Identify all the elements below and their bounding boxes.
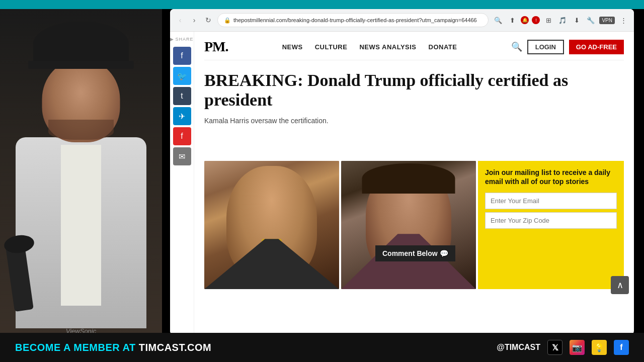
- share-telegram-button[interactable]: ✈: [173, 107, 191, 125]
- share-twitter-button[interactable]: 🐦: [173, 67, 191, 85]
- refresh-button[interactable]: ↻: [203, 15, 213, 25]
- facebook-icon[interactable]: f: [614, 340, 629, 355]
- browser-action-menu[interactable]: ⊞: [543, 15, 554, 26]
- browser-actions: 🔍 ⬆ 🔔 ! ⊞ 🎵 ⬇ 🔧 VPN ⋮: [493, 15, 629, 26]
- share-tumblr-button[interactable]: t: [173, 87, 191, 105]
- share-facebook-button[interactable]: f: [173, 47, 191, 65]
- nav-news-analysis[interactable]: NEWS ANALYSIS: [359, 43, 416, 51]
- comment-button[interactable]: Comment Below 💬: [375, 245, 455, 261]
- browser-action-note[interactable]: 🎵: [557, 15, 568, 26]
- website-content: ▶ SHARE f 🐦 t ✈ f ✉ PM. NEWS CULTURE NEW…: [170, 32, 634, 335]
- header-actions: 🔍 LOGIN GO AD-FREE: [511, 40, 624, 54]
- nav-news[interactable]: NEWS: [282, 43, 303, 51]
- bottom-bar: BECOME A MEMBER AT TIMCAST.COM @TIMCAST …: [0, 333, 644, 362]
- bulb-icon[interactable]: 💡: [592, 340, 607, 355]
- browser-panel: ‹ › ↻ 🔒 thepostmillennial.com/breaking-d…: [170, 9, 634, 335]
- login-button[interactable]: LOGIN: [527, 40, 564, 54]
- browser-action-overflow[interactable]: ⋮: [618, 15, 629, 26]
- timcast-label: TIMCAST.COM: [139, 342, 211, 353]
- nav-donate[interactable]: DONATE: [429, 43, 457, 51]
- browser-action-ext[interactable]: 🔧: [585, 15, 596, 26]
- nav-culture[interactable]: CULTURE: [315, 43, 348, 51]
- browser-action-download[interactable]: ⬇: [571, 15, 582, 26]
- site-logo: PM.: [204, 39, 228, 55]
- share-sidebar: ▶ SHARE f 🐦 t ✈ f ✉: [170, 32, 194, 335]
- images-row: Join our mailing list to receive a daily…: [204, 161, 624, 289]
- share-flipboard-button[interactable]: f: [173, 127, 191, 145]
- mailing-list-box: Join our mailing list to receive a daily…: [478, 161, 624, 289]
- search-button[interactable]: 🔍: [511, 41, 522, 52]
- article-subtitle: Kamala Harris oversaw the certification.: [204, 117, 624, 125]
- article-title: BREAKING: Donald Trump officially certif…: [204, 70, 624, 110]
- main-article: PM. NEWS CULTURE NEWS ANALYSIS DONATE 🔍 …: [194, 32, 634, 335]
- back-button[interactable]: ‹: [175, 15, 185, 25]
- site-header: PM. NEWS CULTURE NEWS ANALYSIS DONATE 🔍 …: [204, 32, 624, 60]
- become-member-text: BECOME A MEMBER AT TIMCAST.COM: [15, 342, 211, 353]
- harris-image: [341, 161, 476, 289]
- twitter-x-icon[interactable]: 𝕏: [547, 340, 562, 355]
- browser-chrome: ‹ › ↻ 🔒 thepostmillennial.com/breaking-d…: [170, 9, 634, 32]
- scroll-top-button[interactable]: ∧: [611, 276, 629, 294]
- vpn-badge[interactable]: VPN: [599, 17, 615, 24]
- instagram-icon[interactable]: 📷: [570, 340, 585, 355]
- browser-action-search[interactable]: 🔍: [493, 15, 504, 26]
- lock-icon: 🔒: [224, 17, 231, 24]
- share-label: ▶ SHARE: [170, 37, 193, 42]
- trump-image: [204, 161, 339, 289]
- forward-button[interactable]: ›: [189, 15, 199, 25]
- webcam-person: ViewSonic: [0, 9, 162, 341]
- url-text: thepostmillennial.com/breaking-donald-tr…: [233, 17, 477, 23]
- share-arrow-icon: ▶: [170, 37, 174, 42]
- share-email-button[interactable]: ✉: [173, 147, 191, 165]
- email-input[interactable]: [485, 193, 617, 209]
- teal-header-bar: [0, 0, 644, 9]
- mailing-list-text: Join our mailing list to receive a daily…: [485, 168, 617, 186]
- notification-badge-2[interactable]: !: [532, 16, 540, 24]
- at-timcast-label: @TIMCAST: [497, 343, 540, 352]
- url-bar[interactable]: 🔒 thepostmillennial.com/breaking-donald-…: [217, 13, 489, 27]
- become-member-prefix: BECOME A MEMBER AT: [15, 342, 139, 353]
- notification-badge[interactable]: 🔔: [521, 16, 529, 24]
- go-ad-free-button[interactable]: GO AD-FREE: [569, 40, 624, 54]
- zip-input[interactable]: [485, 212, 617, 229]
- browser-action-share[interactable]: ⬆: [507, 15, 518, 26]
- site-nav: NEWS CULTURE NEWS ANALYSIS DONATE: [282, 43, 457, 51]
- social-icons: @TIMCAST 𝕏 📷 💡 f: [497, 340, 629, 355]
- webcam-panel: ViewSonic: [0, 9, 162, 341]
